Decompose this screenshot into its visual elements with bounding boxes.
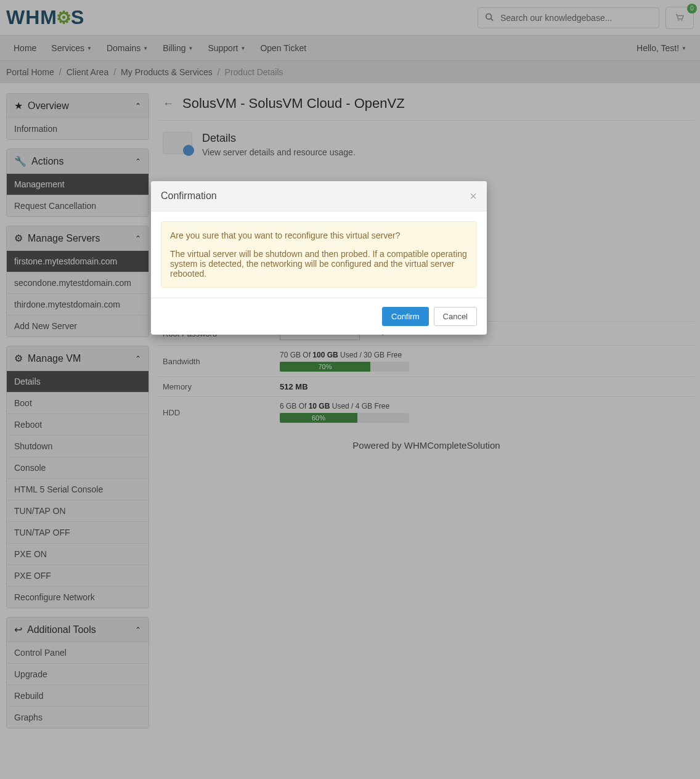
modal-header: Confirmation × bbox=[151, 181, 487, 211]
alert-warning: Are you sure that you want to reconfigur… bbox=[161, 221, 477, 288]
close-icon[interactable]: × bbox=[470, 190, 477, 202]
alert-line1: Are you sure that you want to reconfigur… bbox=[170, 230, 468, 240]
modal-body: Are you sure that you want to reconfigur… bbox=[151, 211, 487, 298]
confirm-button[interactable]: Confirm bbox=[382, 307, 429, 326]
modal-overlay[interactable] bbox=[0, 0, 700, 779]
cancel-button[interactable]: Cancel bbox=[434, 307, 477, 326]
modal-title: Confirmation bbox=[161, 190, 217, 202]
alert-line2: The virtual server will be shutdown and … bbox=[170, 249, 468, 279]
modal-footer: Confirm Cancel bbox=[151, 298, 487, 335]
confirmation-modal: Confirmation × Are you sure that you wan… bbox=[151, 181, 487, 335]
